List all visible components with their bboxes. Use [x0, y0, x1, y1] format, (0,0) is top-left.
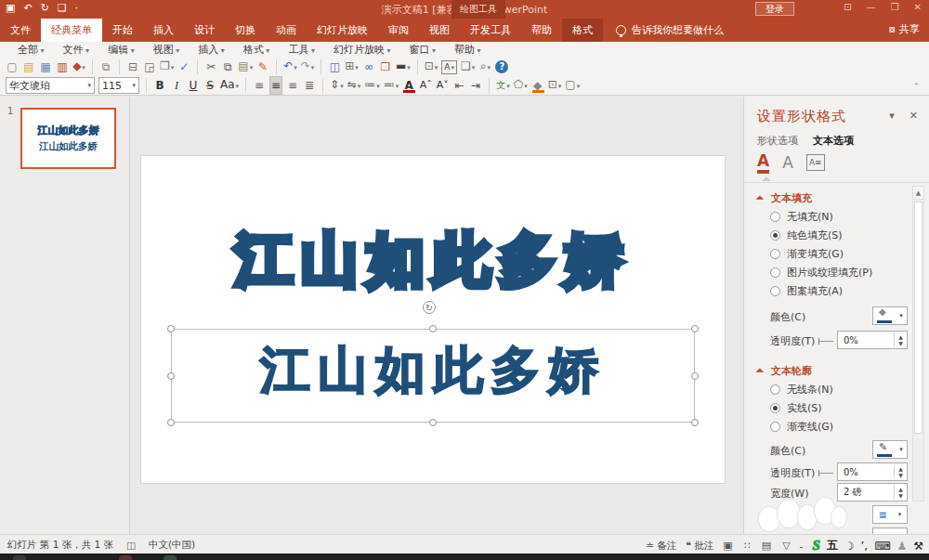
- tab-animations[interactable]: 动画: [266, 19, 307, 42]
- menu-file[interactable]: 文件: [55, 42, 98, 57]
- increase-indent-icon[interactable]: ⇥: [469, 77, 482, 94]
- sogou-logo-icon[interactable]: S: [812, 538, 819, 553]
- tab-help[interactable]: 帮助: [521, 19, 562, 42]
- slide-thumbnail[interactable]: 江山如此多娇 江山如此多娇: [20, 108, 116, 169]
- radio-gradient-fill[interactable]: 渐变填充(G): [770, 247, 844, 261]
- comments-button[interactable]: ❝ 批注: [686, 540, 713, 553]
- start-slideshow-icon[interactable]: ❏: [58, 2, 67, 14]
- menu-edit[interactable]: 编辑: [99, 42, 143, 57]
- spinner-arrows-icon[interactable]: ▲▼: [894, 333, 907, 346]
- outline-color-button[interactable]: ▾: [872, 440, 908, 459]
- shrink-font-icon[interactable]: A˅: [436, 77, 449, 94]
- redo-icon[interactable]: ↻: [41, 2, 49, 14]
- align-right-icon[interactable]: ≡: [286, 77, 299, 94]
- resize-handle-nw[interactable]: [167, 325, 175, 332]
- strikethrough-icon[interactable]: S: [203, 77, 216, 94]
- fullhalf-moon-icon[interactable]: ☽: [844, 540, 855, 553]
- font-size-combobox[interactable]: 115 ▾: [98, 77, 139, 94]
- tab-slideshow[interactable]: 幻灯片放映: [307, 19, 378, 42]
- font-name-combobox[interactable]: 华文琥珀 ▾: [6, 77, 95, 94]
- justify-icon[interactable]: ≣: [303, 77, 316, 94]
- shape-fill-icon[interactable]: ◆: [531, 77, 544, 94]
- align-left-icon[interactable]: ≡: [253, 77, 266, 94]
- menu-all[interactable]: 全部: [9, 42, 53, 57]
- tell-me-box[interactable]: 告诉我你想要做什么: [603, 19, 724, 42]
- slide-surface[interactable]: 江山如此多娇 ↻ 江山如此多娇: [141, 156, 725, 483]
- close-icon[interactable]: ✕: [914, 2, 922, 12]
- page-setup-icon[interactable]: ❐: [160, 58, 174, 76]
- tab-design[interactable]: 设计: [184, 19, 225, 42]
- font-color-icon[interactable]: A: [402, 77, 415, 94]
- textbox-icon[interactable]: A: [441, 60, 457, 74]
- spinner-arrows-icon[interactable]: ▲▼: [894, 486, 907, 499]
- section-text-fill[interactable]: ◤ 文本填充: [757, 191, 812, 205]
- section-text-outline[interactable]: ◤ 文本轮廓: [757, 364, 812, 378]
- radio-picture-fill[interactable]: 图片或纹理填充(P): [770, 266, 872, 280]
- tab-shape-options[interactable]: 形状选项: [757, 134, 798, 148]
- tab-home[interactable]: 开始: [102, 19, 143, 42]
- help-icon[interactable]: ?: [495, 60, 508, 73]
- radio-gradient-line[interactable]: 渐变线(G): [770, 420, 833, 434]
- decrease-indent-icon[interactable]: ⇤: [452, 77, 465, 94]
- new-window-icon[interactable]: ❒: [379, 59, 392, 75]
- tab-insert[interactable]: 插入: [143, 19, 184, 42]
- italic-icon[interactable]: I: [170, 77, 183, 94]
- accessibility-icon[interactable]: ◫: [126, 540, 136, 551]
- transparency-slider[interactable]: [818, 341, 833, 342]
- sign-in-button[interactable]: 登录: [755, 2, 794, 16]
- numbered-list-icon[interactable]: ≔: [364, 76, 380, 95]
- table-icon[interactable]: ⊞: [345, 58, 359, 76]
- spinner-arrows-icon[interactable]: ▲▼: [894, 465, 907, 478]
- compound-type-button[interactable]: ≡ ▾: [872, 505, 908, 524]
- text-effects-icon[interactable]: A: [782, 154, 793, 172]
- resize-handle-w[interactable]: [167, 372, 175, 380]
- copy-icon[interactable]: ⧉: [221, 59, 234, 75]
- tab-text-options[interactable]: 文本选项: [813, 134, 854, 148]
- tab-review[interactable]: 审阅: [378, 19, 419, 42]
- menu-slideshow[interactable]: 幻灯片放映: [325, 42, 399, 57]
- chart-icon[interactable]: ◫: [328, 59, 341, 75]
- hyperlink-icon[interactable]: ∞: [362, 59, 375, 75]
- fill-color-button[interactable]: ▾: [872, 306, 908, 325]
- print-icon[interactable]: ⊟: [126, 59, 139, 75]
- ime-settings-icon[interactable]: ⚒: [913, 540, 923, 553]
- resize-handle-sw[interactable]: [167, 419, 175, 426]
- notes-button[interactable]: ≐ 备注: [646, 540, 676, 553]
- radio-solid-fill[interactable]: 纯色填充(S): [770, 228, 843, 242]
- menu-window[interactable]: 窗口: [401, 42, 445, 57]
- save-as-icon[interactable]: ▥: [56, 59, 69, 75]
- open-icon[interactable]: ▤: [22, 59, 35, 75]
- insert-shape-icon[interactable]: ▢: [565, 76, 580, 95]
- outline-width-spinner[interactable]: 2 磅 ▲▼: [837, 483, 908, 501]
- save-icon[interactable]: ▣: [6, 2, 15, 14]
- bullet-list-icon[interactable]: ≕: [384, 76, 399, 95]
- language-indicator[interactable]: 中文(中国): [149, 539, 195, 552]
- menu-tools[interactable]: 工具: [280, 42, 323, 57]
- format-painter-icon[interactable]: ✎: [256, 59, 269, 75]
- wordart-text-top[interactable]: 江山如此多娇: [141, 221, 725, 299]
- menu-help[interactable]: 帮助: [446, 42, 490, 57]
- slide-layout-icon[interactable]: ⊡: [425, 58, 438, 76]
- zoom-tool-icon[interactable]: ⌕: [478, 58, 491, 76]
- resize-handle-ne[interactable]: [691, 325, 699, 332]
- transparency-slider[interactable]: [818, 473, 833, 474]
- radio-pattern-fill[interactable]: 图案填充(A): [770, 284, 843, 298]
- tab-classic-menu[interactable]: 经典菜单: [41, 19, 102, 42]
- undo-icon[interactable]: ↶: [283, 58, 297, 76]
- tab-file[interactable]: 文件: [0, 19, 41, 42]
- radio-no-line[interactable]: 无线条(N): [770, 383, 833, 397]
- ribbon-display-icon[interactable]: ⊡: [844, 2, 851, 12]
- print-preview-icon[interactable]: ◲: [143, 59, 156, 75]
- character-spacing-icon[interactable]: ⇋: [347, 76, 361, 95]
- edit-shape-icon[interactable]: ⊡: [548, 76, 562, 95]
- line-spacing-icon[interactable]: ⇕: [330, 76, 344, 95]
- resize-handle-s[interactable]: [429, 419, 437, 426]
- grow-font-icon[interactable]: Aˆ: [419, 77, 432, 94]
- pane-close-icon[interactable]: ✕: [909, 110, 918, 122]
- resize-handle-se[interactable]: [691, 419, 699, 426]
- soft-keyboard-icon[interactable]: ⌨: [874, 540, 890, 553]
- text-direction-icon[interactable]: 文: [496, 77, 510, 95]
- zoom-out-icon[interactable]: -: [800, 540, 804, 552]
- underline-icon[interactable]: U: [187, 77, 200, 94]
- pane-scrollbar[interactable]: ▲: [912, 186, 924, 501]
